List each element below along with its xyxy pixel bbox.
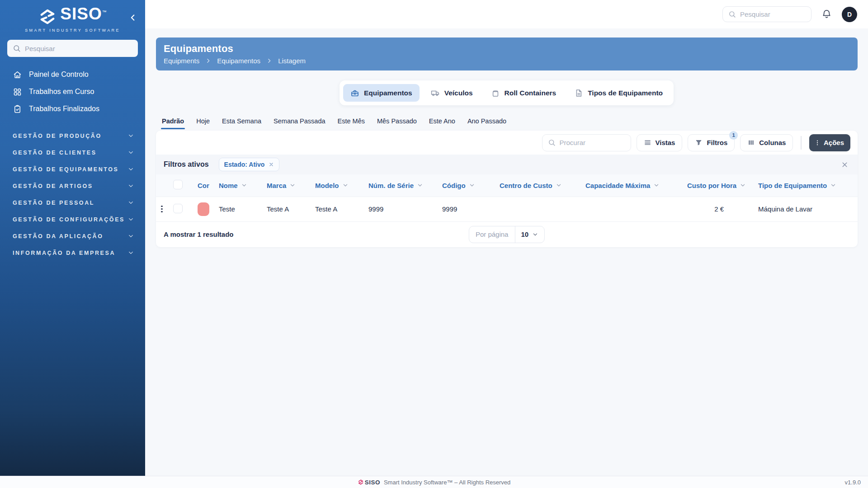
cell-custo-hora: 2 € [675,197,751,221]
period-tab-hoje[interactable]: Hoje [196,117,210,129]
period-tab-ano-passado[interactable]: Ano Passado [467,117,506,129]
sidebar-collapse-icon[interactable] [128,13,138,23]
period-tab-esta-semana[interactable]: Esta Semana [222,117,261,129]
sidebar-item-label: Painel de Controlo [29,70,89,79]
topbar-search-input[interactable] [740,10,806,18]
period-tab-este-mes[interactable]: Este Mês [338,117,365,129]
sidebar-section-informacao-da-empresa[interactable]: INFORMAÇÃO DA EMPRESA [0,244,145,261]
funnel-icon [695,139,703,146]
column-header-capacidade-maxima[interactable]: Capacidade Máxima [585,182,660,189]
sidebar-section-gestao-de-artigos[interactable]: GESTÃO DE ARTIGOS [0,178,145,194]
entity-tabs: Equipamentos Veículos Roll Containers Ti… [340,80,674,105]
tab-roll-containers[interactable]: Roll Containers [484,84,564,102]
chevron-down-icon [532,231,538,238]
document-icon [574,89,583,98]
cell-codigo: 9999 [435,197,492,221]
period-tab-este-ano[interactable]: Este Ano [429,117,455,129]
list-lines-icon [644,139,651,146]
sidebar-section-gestao-de-producao[interactable]: GESTÃO DE PRODUÇÃO [0,127,145,144]
search-icon [13,44,21,52]
sidebar-search[interactable] [7,40,138,57]
cell-num-serie: 9999 [361,197,435,221]
cell-modelo: Teste A [308,197,361,221]
avatar[interactable]: D [842,7,857,22]
chip-close-icon[interactable] [269,162,274,167]
topbar-search[interactable] [722,6,811,22]
row-menu-icon[interactable] [159,206,165,213]
column-header-custo-hora[interactable]: Custo por Hora [687,182,746,189]
column-header-cor: Cor [198,182,209,189]
filtros-button[interactable]: Filtros 1 [688,134,735,151]
tab-equipamentos[interactable]: Equipamentos [343,84,420,102]
tab-label: Tipos de Equipamento [588,89,663,97]
period-tab-semana-passada[interactable]: Semana Passada [274,117,325,129]
results-summary: A mostrar 1 resultado [164,230,234,238]
footer-text: Smart Industry Software™ – All Rights Re… [384,479,510,486]
breadcrumb: Equipments Equipamentos Listagem [164,57,858,65]
siso-logo-icon [38,7,57,26]
per-page-select[interactable]: Por página 10 [469,226,545,243]
main-area: D Equipamentos Equipments Equipamentos L… [145,0,868,476]
sidebar-section-gestao-de-equipamentos[interactable]: GESTÃO DE EQUIPAMENTOS [0,161,145,178]
active-filters-row: Filtros ativos Estado: Ativo [156,155,858,174]
sort-chevron-icon [417,182,423,188]
bell-icon[interactable] [821,9,832,19]
column-header-modelo[interactable]: Modelo [315,182,349,189]
breadcrumb-item[interactable]: Equipamentos [217,57,260,65]
table-row[interactable]: Teste Teste A Teste A 9999 9999 2 € Máqu… [156,197,858,221]
colunas-button[interactable]: Colunas [740,134,793,151]
chevron-down-icon [127,249,134,256]
siso-logo-icon [358,479,364,485]
column-header-marca[interactable]: Marca [267,182,296,189]
cell-nome: Teste [212,197,259,221]
filtros-badge: 1 [729,131,738,140]
period-tab-mes-passado[interactable]: Mês Passado [377,117,417,129]
period-tab-padrao[interactable]: Padrão [162,117,184,129]
column-header-nome[interactable]: Nome [219,182,247,189]
sidebar-item-trabalhos-em-curso[interactable]: Trabalhos em Curso [0,83,145,100]
cell-tipo-equipamento: Máquina de Lavar [751,197,858,221]
tab-tipos-de-equipamento[interactable]: Tipos de Equipamento [567,84,670,102]
sort-chevron-icon [556,182,562,188]
tab-label: Veículos [444,89,473,97]
column-header-num-serie[interactable]: Núm. de Série [368,182,423,189]
sort-chevron-icon [653,182,660,188]
breadcrumb-item[interactable]: Listagem [278,57,306,65]
select-all-checkbox[interactable] [173,180,183,189]
column-header-codigo[interactable]: Código [442,182,475,189]
breadcrumb-item[interactable]: Equipments [164,57,199,65]
sidebar-item-trabalhos-finalizados[interactable]: Trabalhos Finalizados [0,100,145,117]
sidebar-section-gestao-de-configuracoes[interactable]: GESTÃO DE CONFIGURAÇÕES [0,211,145,228]
sidebar-item-label: Trabalhos Finalizados [29,105,99,113]
chevron-down-icon [127,216,134,223]
chevron-down-icon [127,149,134,156]
vistas-button[interactable]: Vistas [637,134,683,151]
tab-veiculos[interactable]: Veículos [423,84,480,102]
columns-icon [747,139,755,146]
row-checkbox[interactable] [173,204,183,213]
chevron-right-icon [205,58,211,64]
table-search[interactable] [542,134,631,151]
sidebar-item-painel-de-controlo[interactable]: Painel de Controlo [0,66,145,83]
column-header-centro-custo[interactable]: Centro de Custo [500,182,562,189]
sidebar-section-gestao-de-pessoal[interactable]: GESTÃO DE PESSOAL [0,194,145,211]
cell-capacidade-maxima [578,197,675,221]
filter-chip-estado-ativo[interactable]: Estado: Ativo [219,158,280,171]
column-header-tipo-equipamento[interactable]: Tipo de Equipamento [758,182,836,189]
table-search-input[interactable] [560,139,625,146]
app-footer: SISO Smart Industry Software™ – All Righ… [0,476,868,488]
equipment-table: Cor Nome Marca Modelo Núm. de Série Códi… [156,174,858,222]
sidebar-search-input[interactable] [25,45,132,52]
cell-centro-custo [492,197,578,221]
sidebar-section-gestao-da-aplicacao[interactable]: GESTÃO DA APLICAÇÃO [0,228,145,244]
sidebar-section-gestao-de-clientes[interactable]: GESTÃO DE CLIENTES [0,144,145,161]
close-icon[interactable] [841,161,849,169]
page-header-banner: Equipamentos Equipments Equipamentos Lis… [156,38,858,70]
sidebar-logo: SISO™ SMART INDUSTRY SOFTWARE [0,0,145,33]
sort-chevron-icon [830,182,836,188]
brand-tagline: SMART INDUSTRY SOFTWARE [25,28,120,33]
table-header-row: Cor Nome Marca Modelo Núm. de Série Códi… [156,174,858,197]
footer-logo: SISO [358,479,380,486]
period-tabs: Padrão Hoje Esta Semana Semana Passada E… [162,117,868,129]
acoes-button[interactable]: Ações [809,134,850,151]
